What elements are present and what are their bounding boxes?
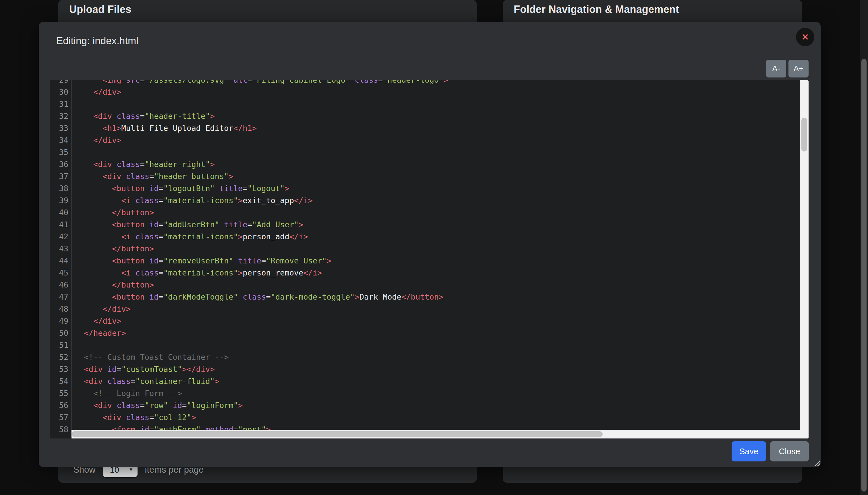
line-number: 39 xyxy=(50,194,71,207)
line-number: 52 xyxy=(50,351,71,363)
save-button[interactable]: Save xyxy=(732,441,766,461)
line-number: 41 xyxy=(50,219,71,231)
modal-resize-grip[interactable] xyxy=(814,459,820,466)
line-number: 56 xyxy=(50,399,71,411)
folder-navigation-card-title: Folder Navigation & Management xyxy=(503,0,802,16)
code-line-text: <button id="darkModeToggle" class="dark-… xyxy=(71,291,443,303)
code-line[interactable]: 44 <button id="removeUserBtn" title="Rem… xyxy=(50,255,808,267)
line-number: 47 xyxy=(50,291,71,303)
code-editor[interactable]: 29 <img src="/assets/logo.svg" alt="Fili… xyxy=(50,80,808,439)
line-number: 29 xyxy=(50,80,71,86)
code-line-text: <!-- Custom Toast Container --> xyxy=(71,351,229,363)
font-size-controls: A- A+ xyxy=(766,60,808,78)
line-number: 54 xyxy=(50,375,71,387)
line-number: 36 xyxy=(50,158,71,170)
code-line[interactable]: 48 </div> xyxy=(50,303,808,315)
code-line[interactable]: 47 <button id="darkModeToggle" class="da… xyxy=(50,291,808,303)
code-line[interactable]: 30 </div> xyxy=(50,86,808,98)
code-line[interactable]: 41 <button id="addUserBtn" title="Add Us… xyxy=(50,219,808,231)
modal-footer: Save Close xyxy=(732,441,809,461)
code-line[interactable]: 31 xyxy=(50,98,808,110)
code-line-text: </button> xyxy=(71,279,154,291)
code-line-text: </div> xyxy=(71,303,131,315)
code-line[interactable]: 36 <div class="header-right"> xyxy=(50,158,808,170)
code-line-text: <img src="/assets/logo.svg" alt="Filing … xyxy=(71,80,448,86)
code-line-text: <button id="addUserBtn" title="Add User"… xyxy=(71,219,303,231)
upload-files-card-title: Upload Files xyxy=(58,0,477,16)
code-line[interactable]: 40 </button> xyxy=(50,207,808,219)
font-increase-button[interactable]: A+ xyxy=(788,60,808,78)
code-line[interactable]: 34 </div> xyxy=(50,134,808,146)
line-number: 55 xyxy=(50,387,71,399)
code-line[interactable]: 33 <h1>Multi File Upload Editor</h1> xyxy=(50,122,808,134)
code-line[interactable]: 50 </header> xyxy=(50,327,808,339)
code-content[interactable]: 29 <img src="/assets/logo.svg" alt="Fili… xyxy=(50,80,808,436)
line-number: 45 xyxy=(50,267,71,279)
code-line-text xyxy=(71,339,74,351)
code-line-text xyxy=(71,146,74,158)
code-line-text: <i class="material-icons">person_add</i> xyxy=(71,231,308,243)
line-number: 34 xyxy=(50,134,71,146)
code-line[interactable]: 57 <div class="col-12"> xyxy=(50,411,808,424)
code-line-text: </div> xyxy=(71,315,121,327)
code-line[interactable]: 46 </button> xyxy=(50,279,808,291)
code-line[interactable]: 39 <i class="material-icons">exit_to_app… xyxy=(50,194,808,207)
code-line[interactable]: 43 </button> xyxy=(50,243,808,255)
code-line[interactable]: 45 <i class="material-icons">person_remo… xyxy=(50,267,808,279)
close-button[interactable]: Close xyxy=(770,441,809,461)
code-line-text: <div class="header-buttons"> xyxy=(71,170,233,183)
code-line-text: <div id="customToast"></div> xyxy=(71,363,215,375)
line-number: 33 xyxy=(50,122,71,134)
line-number: 32 xyxy=(50,110,71,122)
code-line-text: <div class="header-right"> xyxy=(71,158,215,170)
code-line[interactable]: 38 <button id="logoutBtn" title="Logout"… xyxy=(50,183,808,194)
code-line-text: <div class="container-fluid"> xyxy=(71,375,219,387)
line-number: 37 xyxy=(50,170,71,183)
editor-horizontal-scrollbar-thumb[interactable] xyxy=(71,431,603,437)
code-line-text: <i class="material-icons">exit_to_app</i… xyxy=(71,194,313,207)
font-decrease-button[interactable]: A- xyxy=(766,60,786,78)
line-number: 40 xyxy=(50,207,71,219)
code-line-text: <div class="header-title"> xyxy=(71,110,215,122)
code-line[interactable]: 55 <!-- Login Form --> xyxy=(50,387,808,399)
page-scrollbar-thumb[interactable] xyxy=(862,59,867,492)
code-line-text: <div class="row" id="loginForm"> xyxy=(71,399,243,411)
code-line[interactable]: 37 <div class="header-buttons"> xyxy=(50,170,808,183)
code-line[interactable]: 32 <div class="header-title"> xyxy=(50,110,808,122)
code-line[interactable]: 52 <!-- Custom Toast Container --> xyxy=(50,351,808,363)
line-number: 51 xyxy=(50,339,71,351)
code-line-text: </button> xyxy=(71,207,154,219)
code-line-text: <button id="removeUserBtn" title="Remove… xyxy=(71,255,331,267)
line-number: 57 xyxy=(50,411,71,424)
editor-vertical-scrollbar[interactable] xyxy=(800,80,808,439)
line-number: 31 xyxy=(50,98,71,110)
code-line[interactable]: 56 <div class="row" id="loginForm"> xyxy=(50,399,808,411)
code-line[interactable]: 49 </div> xyxy=(50,315,808,327)
page-scrollbar[interactable] xyxy=(860,0,868,495)
select-dropdown-icon: ▼ xyxy=(129,467,137,473)
edit-file-modal: Editing: index.html ✕ A- A+ 29 <img src=… xyxy=(39,22,821,467)
code-line-text: </button> xyxy=(71,243,154,255)
code-line[interactable]: 29 <img src="/assets/logo.svg" alt="Fili… xyxy=(50,80,808,86)
code-line-text: <i class="material-icons">person_remove<… xyxy=(71,267,322,279)
line-number: 35 xyxy=(50,146,71,158)
code-line-text: </div> xyxy=(71,86,121,98)
close-icon: ✕ xyxy=(801,33,809,41)
line-number: 42 xyxy=(50,231,71,243)
modal-close-button[interactable]: ✕ xyxy=(796,28,814,46)
code-line-text: <div class="col-12"> xyxy=(71,411,196,424)
code-line-text xyxy=(71,98,74,110)
code-line[interactable]: 35 xyxy=(50,146,808,158)
editor-vertical-scrollbar-thumb[interactable] xyxy=(801,118,807,152)
code-line[interactable]: 51 xyxy=(50,339,808,351)
code-line[interactable]: 42 <i class="material-icons">person_add<… xyxy=(50,231,808,243)
code-line-text: <!-- Login Form --> xyxy=(71,387,182,399)
code-line[interactable]: 54 <div class="container-fluid"> xyxy=(50,375,808,387)
line-number: 53 xyxy=(50,363,71,375)
line-number: 50 xyxy=(50,327,71,339)
code-line-text: </div> xyxy=(71,134,121,146)
code-line-text: <button id="logoutBtn" title="Logout"> xyxy=(71,183,289,194)
editor-horizontal-scrollbar[interactable] xyxy=(71,430,800,439)
code-line[interactable]: 53 <div id="customToast"></div> xyxy=(50,363,808,375)
code-line-text: <h1>Multi File Upload Editor</h1> xyxy=(71,122,257,134)
